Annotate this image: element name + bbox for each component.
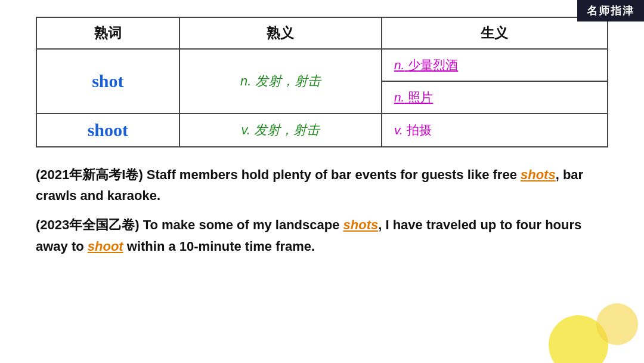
new-meaning-shoot-text: v. 拍摄 [394,122,595,139]
known-text-shot: 发射，射击 [255,73,321,88]
word-shot: shot [92,71,123,91]
new-meaning-shot-1: n. 少量烈酒 [382,49,608,81]
word-cell-shoot: shoot [36,113,179,147]
header-known: 熟义 [179,17,382,49]
table-row: shoot v. 发射，射击 v. 拍摄 [36,113,608,147]
header-new: 生义 [382,17,608,49]
example-1-highlight: shots [521,167,556,182]
new-meaning-shoot: v. 拍摄 [382,113,608,147]
badge-label: 名师指津 [577,0,644,21]
example-2-text-before: To make some of my landscape [140,217,343,232]
known-prefix-shot: n. [240,73,251,88]
example-1-year: (2021年新高考I卷) [36,167,143,182]
vocab-table: 熟词 熟义 生义 shot n. 发射，射击 n. [36,17,608,147]
example-2-highlight2: shoot [88,239,123,254]
known-prefix-shoot: v. [241,122,250,137]
example-2: (2023年全国乙卷) To make some of my landscape… [36,214,608,256]
known-meaning-shot: n. 发射，射击 [179,49,382,113]
header-word: 熟词 [36,17,179,49]
known-meaning-shoot: v. 发射，射击 [179,113,382,147]
table-header-row: 熟词 熟义 生义 [36,17,608,49]
examples-section: (2021年新高考I卷) Staff members hold plenty o… [36,164,608,257]
known-text-shoot: 发射，射击 [254,122,320,137]
table-row: shot n. 发射，射击 n. 少量烈酒 [36,49,608,81]
example-1: (2021年新高考I卷) Staff members hold plenty o… [36,164,608,206]
known-meaning-shoot-text: v. 发射，射击 [241,122,320,137]
new-meaning-shot-text-2: n. 照片 [394,88,595,107]
example-2-highlight1: shots [343,217,379,232]
new-meaning-shot-2: n. 照片 [382,81,608,113]
main-content: 熟词 熟义 生义 shot n. 发射，射击 n. [0,0,644,277]
known-meaning-shot-text: n. 发射，射击 [240,73,320,88]
new-meaning-shot-text-1: n. 少量烈酒 [394,56,595,75]
word-shoot: shoot [88,120,128,140]
example-2-text-after: within a 10-minute time frame. [123,239,315,254]
example-2-year: (2023年全国乙卷) [36,217,140,232]
word-cell-shot: shot [36,49,179,113]
example-1-text-before: Staff members hold plenty of bar events … [143,167,521,182]
deco-circle-small [596,303,638,345]
